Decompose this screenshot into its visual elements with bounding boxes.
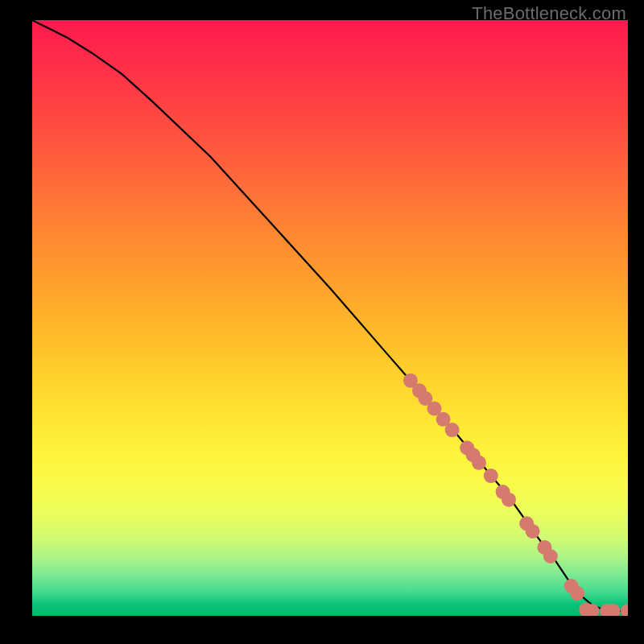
bottleneck-curve [32, 20, 628, 611]
plot-area [32, 20, 628, 616]
marker-group [403, 374, 628, 616]
curve-marker [621, 604, 628, 616]
curve-marker [484, 469, 498, 483]
curve-marker [502, 493, 516, 507]
curve-marker [472, 456, 486, 470]
curve-marker [570, 586, 584, 601]
curve-marker [543, 549, 558, 564]
watermark-label: TheBottleneck.com [472, 3, 626, 24]
curve-marker [445, 423, 460, 437]
chart-frame: TheBottleneck.com [0, 0, 644, 644]
curve-marker [526, 524, 540, 539]
chart-svg [32, 20, 628, 616]
